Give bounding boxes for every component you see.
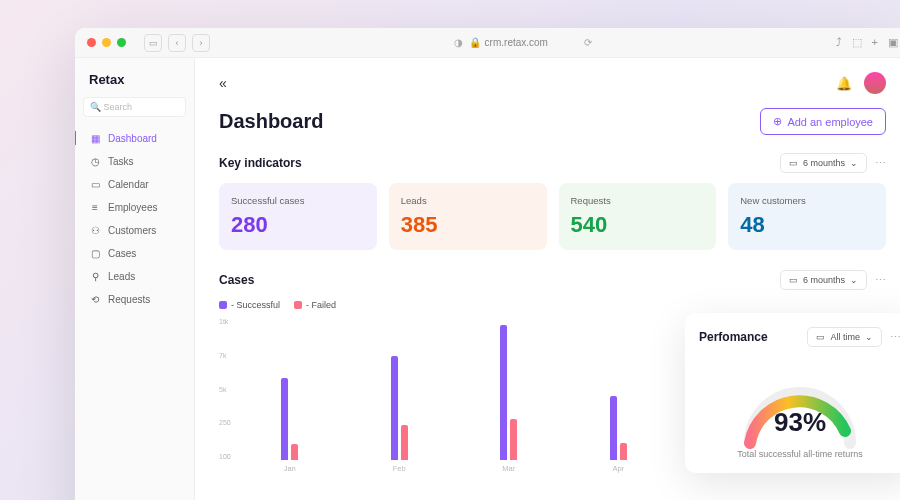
kpi-title: Key indicators xyxy=(219,156,302,170)
list-icon: ≡ xyxy=(89,201,101,213)
cases-header: Cases ▭6 mounths⌄ ⋯ xyxy=(219,270,886,290)
back-icon[interactable]: ‹ xyxy=(168,34,186,52)
briefcase-icon: ▢ xyxy=(89,247,101,259)
maximize-icon[interactable] xyxy=(117,38,126,47)
kpi-header: Key indicators ▭6 mounths⌄ ⋯ xyxy=(219,153,886,173)
add-employee-button[interactable]: ⊕Add an employee xyxy=(760,108,886,135)
chevron-down-icon: ⌄ xyxy=(850,275,858,285)
circle-check-icon: ◷ xyxy=(89,155,101,167)
bar[interactable] xyxy=(401,425,408,461)
cases-title: Cases xyxy=(219,273,254,287)
lock-icon: 🔒 xyxy=(469,37,481,48)
cases-period-select[interactable]: ▭6 mounths⌄ xyxy=(780,270,867,290)
top-actions: 🔔 xyxy=(836,72,886,94)
bell-icon[interactable]: 🔔 xyxy=(836,76,852,91)
more-icon[interactable]: ⋯ xyxy=(875,274,886,287)
top-row: « 🔔 xyxy=(219,72,886,94)
request-icon: ⟲ xyxy=(89,293,101,305)
kpi-period-select[interactable]: ▭6 mounths⌄ xyxy=(780,153,867,173)
bar-group xyxy=(466,325,552,460)
download-icon[interactable]: ⬚ xyxy=(852,36,862,49)
sidebar-item-label: Employees xyxy=(108,202,157,213)
bar-group xyxy=(576,396,662,460)
bar[interactable] xyxy=(510,419,517,460)
chart-legend: - Successful - Failed xyxy=(219,300,886,310)
performance-panel: Perfomance ▭All time⌄ ⋯ 93% Total succes… xyxy=(685,313,900,473)
close-icon[interactable] xyxy=(87,38,96,47)
bar[interactable] xyxy=(281,378,288,460)
forward-icon[interactable]: › xyxy=(192,34,210,52)
sidebar-item-label: Requests xyxy=(108,294,150,305)
sidebar-item-calendar[interactable]: ▭Calendar xyxy=(83,173,186,195)
kpi-leads[interactable]: Leads385 xyxy=(389,183,547,250)
y-axis: 1tk7k5k250100 xyxy=(219,318,231,460)
legend-failed: - Failed xyxy=(294,300,336,310)
more-icon[interactable]: ⋯ xyxy=(875,157,886,170)
search-input[interactable]: 🔍 Search xyxy=(83,97,186,117)
kpi-successful-cases[interactable]: Successful cases280 xyxy=(219,183,377,250)
calendar-icon: ▭ xyxy=(816,332,825,342)
gauge-chart: 93% xyxy=(730,363,870,443)
sidebar-item-employees[interactable]: ≡Employees xyxy=(83,196,186,218)
bar-group xyxy=(357,356,443,460)
add-tab-icon[interactable]: + xyxy=(872,36,878,49)
url-text: 🔒crm.retax.com xyxy=(469,37,548,48)
legend-successful: - Successful xyxy=(219,300,280,310)
brand-logo: Retax xyxy=(83,70,186,97)
header-row: Dashboard ⊕Add an employee xyxy=(219,108,886,135)
sidebar-item-label: Tasks xyxy=(108,156,134,167)
chevron-down-icon: ⌄ xyxy=(850,158,858,168)
calendar-icon: ▭ xyxy=(789,158,798,168)
minimize-icon[interactable] xyxy=(102,38,111,47)
traffic-lights[interactable] xyxy=(87,38,126,47)
sidebar-item-leads[interactable]: ⚲Leads xyxy=(83,265,186,287)
grid-icon: ▦ xyxy=(89,132,101,144)
kpi-new-customers[interactable]: New customers48 xyxy=(728,183,886,250)
titlebar: ▭ ‹ › ◑ 🔒crm.retax.com ⟳ ⤴ ⬚ + ▣ xyxy=(75,28,900,58)
sidebar-item-customers[interactable]: ⚇Customers xyxy=(83,219,186,241)
app-shell: Retax 🔍 Search ▦Dashboard ◷Tasks ▭Calend… xyxy=(75,58,900,500)
sidebar-item-label: Dashboard xyxy=(108,133,157,144)
x-label: Jan xyxy=(247,464,333,473)
sidebar-toggle-icon[interactable]: ▭ xyxy=(144,34,162,52)
perf-title: Perfomance xyxy=(699,330,768,344)
perf-header: Perfomance ▭All time⌄ ⋯ xyxy=(699,327,900,347)
url-bar[interactable]: ◑ 🔒crm.retax.com ⟳ xyxy=(220,37,826,48)
bar-group xyxy=(247,378,333,460)
tabs-icon[interactable]: ▣ xyxy=(888,36,898,49)
main-content: « 🔔 Dashboard ⊕Add an employee Key indic… xyxy=(195,58,900,500)
bar[interactable] xyxy=(610,396,617,460)
bar[interactable] xyxy=(500,325,507,460)
calendar-icon: ▭ xyxy=(89,178,101,190)
page-title: Dashboard xyxy=(219,110,323,133)
kpi-row: Successful cases280 Leads385 Requests540… xyxy=(219,183,886,250)
bar[interactable] xyxy=(291,444,298,460)
bar[interactable] xyxy=(620,443,627,460)
gauge-value: 93% xyxy=(730,407,870,438)
perf-period-select[interactable]: ▭All time⌄ xyxy=(807,327,882,347)
calendar-icon: ▭ xyxy=(789,275,798,285)
browser-window: ▭ ‹ › ◑ 🔒crm.retax.com ⟳ ⤴ ⬚ + ▣ Retax 🔍… xyxy=(75,28,900,500)
kpi-requests[interactable]: Requests540 xyxy=(559,183,717,250)
plus-icon: ⊕ xyxy=(773,115,782,128)
sidebar-item-tasks[interactable]: ◷Tasks xyxy=(83,150,186,172)
share-icon[interactable]: ⤴ xyxy=(836,36,842,49)
sidebar: Retax 🔍 Search ▦Dashboard ◷Tasks ▭Calend… xyxy=(75,58,195,500)
bar[interactable] xyxy=(391,356,398,460)
people-icon: ⚇ xyxy=(89,224,101,236)
sidebar-item-dashboard[interactable]: ▦Dashboard xyxy=(83,127,186,149)
more-icon[interactable]: ⋯ xyxy=(890,331,900,344)
x-label: Feb xyxy=(357,464,443,473)
avatar[interactable] xyxy=(864,72,886,94)
sidebar-item-requests[interactable]: ⟲Requests xyxy=(83,288,186,310)
nav-buttons: ▭ ‹ › xyxy=(144,34,210,52)
browser-actions: ⤴ ⬚ + ▣ xyxy=(836,36,898,49)
refresh-icon[interactable]: ⟳ xyxy=(584,37,592,48)
collapse-icon[interactable]: « xyxy=(219,75,227,91)
nav-bottom: ⚙Settings ?Help xyxy=(83,493,186,500)
sidebar-item-settings[interactable]: ⚙Settings xyxy=(83,493,186,500)
sidebar-item-cases[interactable]: ▢Cases xyxy=(83,242,186,264)
x-label: Mar xyxy=(466,464,552,473)
nav-list: ▦Dashboard ◷Tasks ▭Calendar ≡Employees ⚇… xyxy=(83,127,186,310)
shield-icon: ◑ xyxy=(454,37,463,48)
